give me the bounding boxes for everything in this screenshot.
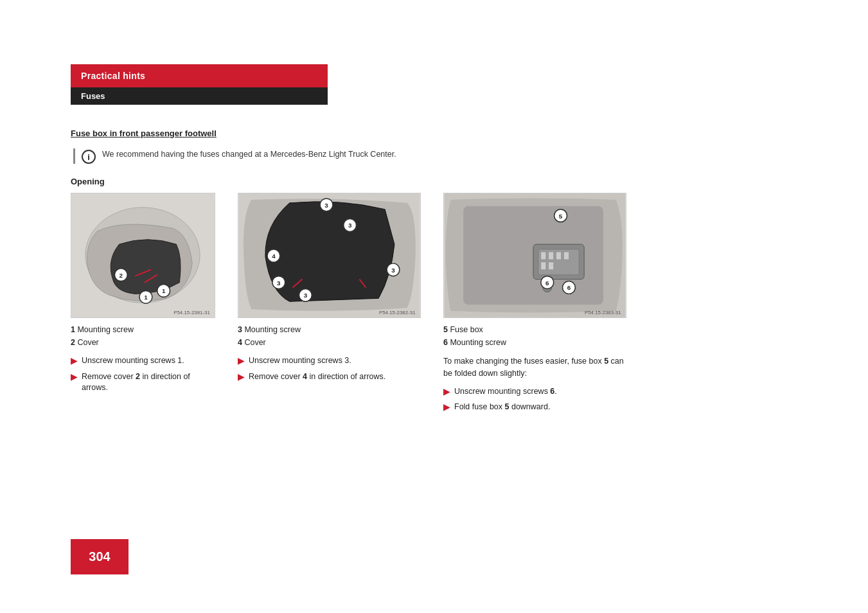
svg-text:6: 6 [545, 280, 549, 287]
instruction-left-2: ▶ Remove cover 2 in direction of arrows. [71, 371, 218, 394]
diagram-left: 1 1 2 P54.15-2381-31 [71, 193, 215, 318]
diagram-mid-svg: 3 3 3 3 3 [238, 193, 420, 317]
diagram-mid: 3 3 3 3 3 [238, 193, 421, 318]
col-right: 5 6 6 P54.15-2383-31 5 Fuse box 6 Mounti… [443, 193, 630, 418]
page-number: 304 [89, 549, 110, 564]
svg-text:6: 6 [567, 284, 571, 291]
svg-rect-32 [564, 252, 569, 260]
svg-rect-29 [541, 252, 546, 260]
instruction-mid-2: ▶ Remove cover 4 in direction of arrows. [238, 371, 424, 384]
diagram-right: 5 6 6 P54.15-2383-31 [443, 193, 626, 318]
caption-right: 5 Fuse box 6 Mounting screw [443, 323, 630, 349]
arrow-icon-4: ▶ [238, 371, 245, 384]
svg-text:2: 2 [120, 272, 123, 279]
header-title: Practical hints [81, 71, 145, 81]
svg-text:P54.15-2381-31: P54.15-2381-31 [173, 310, 210, 315]
page-wrapper: Practical hints Fuses Fuse box in front … [0, 0, 868, 613]
caption-mid-item-4: 4 Cover [238, 336, 424, 349]
header-subtitle: Fuses [81, 91, 105, 101]
info-text: We recommend having the fuses changed at… [102, 148, 396, 161]
info-box-border: i We recommend having the fuses changed … [73, 148, 396, 164]
instruction-right-list: ▶ Unscrew mounting screws 6. ▶ Fold fuse… [443, 386, 630, 414]
svg-text:P54.15-2382-31: P54.15-2382-31 [379, 310, 416, 315]
svg-rect-30 [549, 252, 554, 260]
section-heading: Fuse box in front passenger footwell [71, 129, 836, 138]
header-red-bar: Practical hints [71, 64, 328, 87]
diagram-left-svg: 1 1 2 P54.15-2381-31 [71, 193, 215, 317]
svg-rect-33 [541, 262, 546, 270]
svg-text:3: 3 [277, 280, 281, 287]
header-black-bar: Fuses [71, 87, 328, 105]
caption-left-item-1: 1 Mounting screw [71, 323, 218, 336]
svg-text:P54.15-2383-31: P54.15-2383-31 [585, 310, 621, 315]
instruction-right-1-text: Unscrew mounting screws 6. [454, 386, 557, 398]
caption-right-item-6: 6 Mounting screw [443, 336, 630, 349]
svg-text:1: 1 [144, 294, 148, 301]
instruction-mid-2-text: Remove cover 4 in direction of arrows. [249, 371, 385, 383]
caption-mid: 3 Mounting screw 4 Cover [238, 323, 424, 349]
arrow-icon-1: ▶ [71, 355, 78, 368]
instruction-mid-1: ▶ Unscrew mounting screws 3. [238, 355, 424, 368]
arrow-icon-3: ▶ [238, 355, 245, 368]
diagram-right-svg: 5 6 6 P54.15-2383-31 [444, 193, 626, 317]
caption-right-item-5: 5 Fuse box [443, 323, 630, 336]
svg-text:3: 3 [391, 267, 395, 274]
info-icon: i [82, 150, 96, 164]
svg-text:3: 3 [304, 292, 308, 299]
content-area: Fuse box in front passenger footwell i W… [71, 129, 836, 418]
caption-mid-item-3: 3 Mounting screw [238, 323, 424, 336]
arrow-icon-2: ▶ [71, 371, 78, 384]
instruction-mid-1-text: Unscrew mounting screws 3. [249, 355, 351, 367]
arrow-icon-6: ▶ [443, 401, 450, 414]
header-section: Practical hints Fuses [71, 64, 328, 105]
caption-left: 1 Mounting screw 2 Cover [71, 323, 218, 349]
svg-rect-34 [549, 262, 554, 270]
col-left: 1 1 2 P54.15-2381-31 1 Mounting screw 2 … [71, 193, 218, 398]
instruction-left-1: ▶ Unscrew mounting screws 1. [71, 355, 218, 368]
svg-text:3: 3 [324, 202, 328, 209]
instruction-left-list: ▶ Unscrew mounting screws 1. ▶ Remove co… [71, 355, 218, 394]
svg-rect-31 [556, 252, 562, 260]
svg-text:3: 3 [348, 222, 352, 229]
arrow-icon-5: ▶ [443, 386, 450, 398]
caption-left-item-2: 2 Cover [71, 336, 218, 349]
three-col-layout: 1 1 2 P54.15-2381-31 1 Mounting screw 2 … [71, 193, 836, 418]
page-number-box: 304 [71, 539, 128, 574]
svg-text:4: 4 [272, 253, 276, 260]
info-box: i We recommend having the fuses changed … [71, 148, 836, 164]
svg-text:1: 1 [162, 287, 166, 294]
instruction-right-2: ▶ Fold fuse box 5 downward. [443, 402, 630, 414]
instruction-right-2-text: Fold fuse box 5 downward. [454, 402, 550, 413]
right-intro-text: To make changing the fuses easier, fuse … [443, 355, 630, 380]
instruction-mid-list: ▶ Unscrew mounting screws 3. ▶ Remove co… [238, 355, 424, 383]
svg-text:5: 5 [559, 213, 563, 220]
instruction-right-1: ▶ Unscrew mounting screws 6. [443, 386, 630, 398]
instruction-left-2-text: Remove cover 2 in direction of arrows. [82, 371, 218, 394]
col-mid: 3 3 3 3 3 [238, 193, 424, 387]
opening-label: Opening [71, 177, 836, 186]
instruction-left-1-text: Unscrew mounting screws 1. [82, 355, 184, 367]
